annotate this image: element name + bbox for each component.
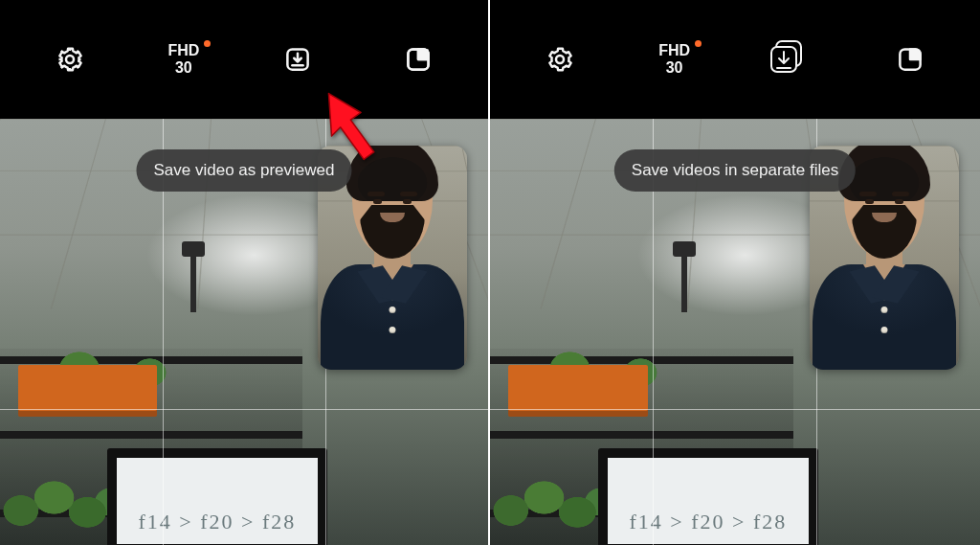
- svg-point-0: [66, 56, 74, 63]
- framerate-label: 30: [175, 59, 192, 77]
- screenshot-left: FHD 30: [0, 0, 490, 545]
- settings-button[interactable]: [537, 36, 583, 82]
- whiteboard-text: f14 > f20 > f28: [117, 510, 318, 534]
- pip-layout-icon: [896, 45, 924, 74]
- viewfinder[interactable]: f14 > f20 > f28: [0, 119, 488, 545]
- person-selfie: [813, 264, 956, 370]
- recording-indicator-dot: [695, 40, 702, 47]
- resolution-label: FHD: [658, 42, 690, 59]
- save-mode-tooltip: Save videos in separate files: [614, 149, 856, 192]
- pip-layout-button[interactable]: [887, 36, 933, 82]
- download-into-tray-stacked-icon: [772, 43, 805, 76]
- save-mode-tooltip: Save video as previewed: [136, 149, 351, 192]
- person-selfie: [321, 264, 464, 370]
- recording-indicator-dot: [204, 40, 211, 47]
- gear-icon: [546, 45, 574, 74]
- resolution-toggle[interactable]: FHD 30: [167, 42, 199, 78]
- save-mode-button-single[interactable]: [275, 36, 321, 82]
- camera-topbar: FHD 30: [0, 0, 488, 119]
- whiteboard-text: f14 > f20 > f28: [608, 510, 809, 534]
- viewfinder[interactable]: f14 > f20 > f28: [490, 119, 980, 545]
- pip-layout-icon: [404, 45, 433, 74]
- settings-button[interactable]: [47, 36, 93, 82]
- resolution-toggle[interactable]: FHD 30: [658, 42, 690, 78]
- framerate-label: 30: [666, 59, 683, 77]
- resolution-label: FHD: [167, 42, 199, 59]
- camera-topbar: FHD 30: [490, 0, 980, 119]
- save-mode-button-separate[interactable]: [766, 36, 812, 82]
- whiteboard: f14 > f20 > f28: [598, 448, 818, 545]
- screenshot-right: FHD 30: [490, 0, 980, 545]
- gear-icon: [56, 45, 84, 74]
- whiteboard: f14 > f20 > f28: [107, 448, 327, 545]
- pip-layout-button[interactable]: [395, 36, 441, 82]
- download-into-tray-icon: [283, 45, 312, 74]
- svg-point-6: [556, 56, 564, 63]
